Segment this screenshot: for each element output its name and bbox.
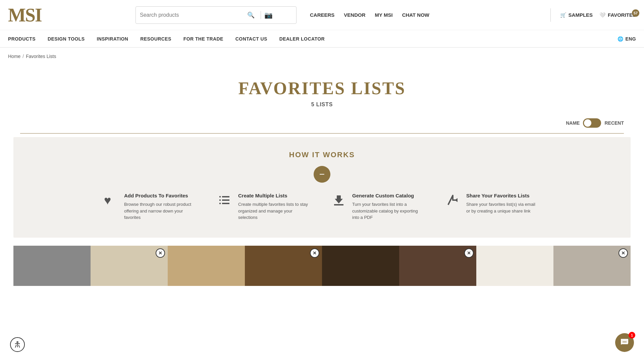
favorites-badge: 57 [632, 9, 639, 17]
nav-products[interactable]: PRODUCTS [8, 36, 36, 42]
svg-rect-3 [222, 199, 229, 201]
sort-name-label: NAME [566, 120, 580, 126]
section-divider [20, 133, 624, 134]
product-card-3: ✕ [322, 246, 476, 286]
product-card-1: ✕ [13, 246, 168, 286]
vendor-link[interactable]: VENDOR [344, 12, 365, 18]
breadcrumb-current: Favorites Lists [26, 54, 56, 59]
globe-icon: 🌐 [618, 36, 623, 42]
product-img-darkwood [322, 246, 399, 286]
header-actions: 🛒 SAMPLES 🤍 57 FAVORITES [548, 8, 636, 22]
svg-marker-8 [455, 198, 458, 202]
page-title-section: FAVORITES LISTS 5 LISTS [0, 65, 644, 113]
product-image-2 [168, 246, 322, 286]
my-msi-link[interactable]: MY MSI [375, 12, 393, 18]
site-header: MSI 🔍 📷 CAREERS VENDOR MY MSI CHAT NOW 🛒… [0, 0, 644, 30]
feature-create-title: Create Multiple Lists [238, 193, 312, 198]
favorites-button[interactable]: 🤍 57 FAVORITES [599, 12, 636, 18]
feature-catalog-title: Generate Custom Catalog [352, 193, 426, 198]
svg-rect-1 [222, 196, 229, 197]
page-title: FAVORITES LISTS [0, 78, 644, 98]
feature-create-desc: Create multiple favorites lists to stay … [238, 201, 312, 221]
feature-add-favorites: ♥ Add Products To Favorites Browse throu… [104, 193, 198, 221]
product-image-4 [476, 246, 631, 286]
share-feature-icon [446, 193, 461, 210]
sort-recent-label: RECENT [604, 120, 624, 126]
language-selector[interactable]: 🌐 ENG [618, 36, 636, 42]
toggle-knob [584, 119, 591, 127]
svg-rect-2 [219, 199, 221, 201]
samples-button[interactable]: 🛒 SAMPLES [560, 12, 593, 18]
how-collapse-container: − [27, 166, 617, 183]
nav-for-the-trade[interactable]: FOR THE TRADE [183, 36, 223, 42]
language-label: ENG [625, 36, 636, 42]
lists-count: 5 LISTS [0, 102, 644, 108]
header-divider [550, 8, 551, 22]
nav-design-tools[interactable]: DESIGN TOOLS [48, 36, 85, 42]
product-image-1 [13, 246, 168, 286]
samples-label: SAMPLES [569, 12, 593, 18]
feature-add-desc: Browse through our robust product offeri… [124, 201, 198, 221]
search-divider [261, 11, 261, 19]
how-features-list: ♥ Add Products To Favorites Browse throu… [27, 193, 617, 221]
nav-contact-us[interactable]: CONTACT US [235, 36, 267, 42]
nav-resources[interactable]: RESOURCES [140, 36, 171, 42]
product-img-lightwood [168, 246, 245, 286]
svg-rect-4 [219, 203, 221, 204]
feature-create-lists: Create Multiple Lists Create multiple fa… [218, 193, 312, 221]
sort-toggle-section: NAME RECENT [0, 113, 644, 133]
product-img-gray [13, 246, 91, 286]
remove-card-2-button[interactable]: ✕ [310, 248, 319, 258]
search-icon[interactable]: 🔍 [247, 11, 255, 19]
breadcrumb-home[interactable]: Home [8, 54, 20, 59]
svg-marker-6 [335, 195, 343, 203]
product-img-box [476, 246, 553, 286]
search-input[interactable] [140, 12, 247, 18]
remove-card-3-button[interactable]: ✕ [464, 248, 474, 258]
breadcrumb: Home / Favorites Lists [0, 48, 644, 65]
chat-now-link[interactable]: CHAT NOW [402, 12, 429, 18]
careers-link[interactable]: CAREERS [310, 12, 334, 18]
heart-icon: 🤍 [599, 12, 606, 18]
feature-catalog-desc: Turn your favorites list into a customiz… [352, 201, 426, 221]
download-feature-icon [332, 193, 347, 210]
how-it-works-title: HOW IT WORKS [27, 150, 617, 159]
product-image-3 [322, 246, 476, 286]
svg-rect-0 [219, 196, 221, 197]
main-nav: PRODUCTS DESIGN TOOLS INSPIRATION RESOUR… [0, 30, 644, 48]
cart-icon: 🛒 [560, 12, 567, 18]
remove-card-1-button[interactable]: ✕ [156, 248, 165, 258]
feature-share-lists: Share Your Favorites Lists Share your fa… [446, 193, 540, 214]
collapse-button[interactable]: − [314, 166, 330, 183]
sort-toggle[interactable] [583, 118, 601, 128]
products-row: ✕ ✕ ✕ ✕ [0, 246, 644, 286]
search-bar[interactable]: 🔍 📷 [136, 6, 297, 24]
remove-card-4-button[interactable]: ✕ [619, 248, 628, 258]
feature-generate-catalog: Generate Custom Catalog Turn your favori… [332, 193, 426, 221]
svg-rect-7 [334, 204, 343, 205]
heart-feature-icon: ♥ [104, 193, 119, 207]
feature-share-desc: Share your favorites list(s) via email o… [466, 201, 540, 214]
feature-add-title: Add Products To Favorites [124, 193, 198, 198]
product-card-2: ✕ [168, 246, 322, 286]
breadcrumb-separator: / [22, 54, 24, 59]
brand-logo[interactable]: MSI [8, 4, 75, 26]
list-feature-icon [218, 193, 233, 210]
product-card-4: ✕ [476, 246, 631, 286]
header-nav: CAREERS VENDOR MY MSI CHAT NOW [310, 12, 429, 18]
svg-rect-5 [222, 203, 229, 204]
how-it-works-section: HOW IT WORKS − ♥ Add Products To Favorit… [13, 137, 631, 238]
nav-inspiration[interactable]: INSPIRATION [97, 36, 128, 42]
nav-dealer-locator[interactable]: DEALER LOCATOR [279, 36, 325, 42]
feature-share-title: Share Your Favorites Lists [466, 193, 540, 198]
camera-icon[interactable]: 📷 [264, 11, 273, 19]
